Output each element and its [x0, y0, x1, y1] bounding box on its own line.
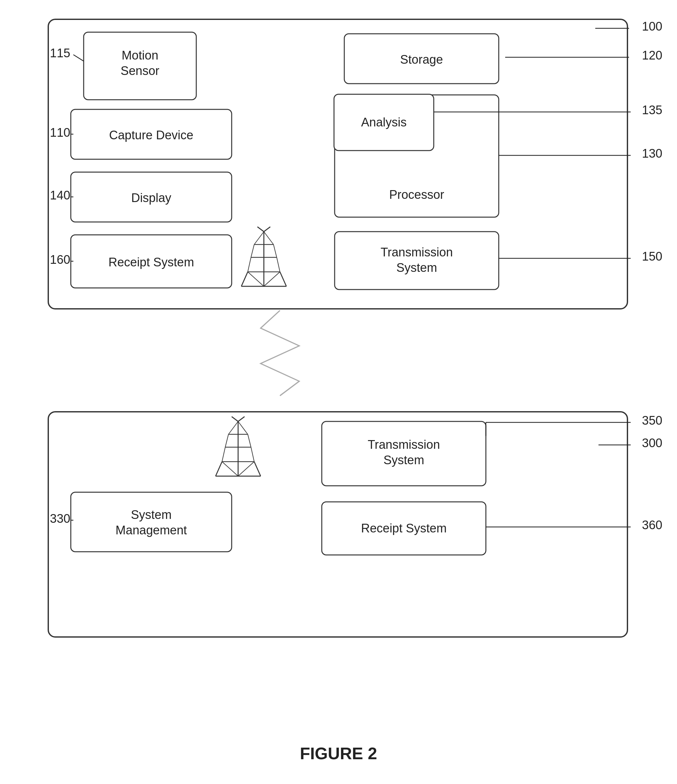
system-management-label-1: System: [131, 508, 172, 521]
analysis-label: Analysis: [361, 115, 407, 129]
motion-sensor-label-2: Sensor: [121, 64, 160, 78]
zigzag-line: [261, 310, 299, 396]
ref-330: 330: [50, 512, 70, 525]
ref-350: 350: [642, 414, 662, 427]
top-receipt-system-label: Receipt System: [109, 255, 194, 269]
bottom-transmission-label-2: System: [384, 453, 425, 467]
ref-300: 300: [642, 436, 662, 450]
display-label: Display: [131, 191, 171, 205]
ref-130: 130: [642, 147, 662, 160]
motion-sensor-label-1: Motion: [121, 48, 158, 62]
ref-140: 140: [50, 188, 70, 202]
ref-110: 110: [50, 126, 70, 139]
system-management-label-2: Management: [115, 523, 187, 537]
top-transmission-label-1: Transmission: [381, 246, 453, 259]
bottom-transmission-label-1: Transmission: [368, 438, 440, 451]
storage-label: Storage: [400, 53, 443, 66]
top-transmission-system-box: [335, 232, 499, 289]
top-transmission-label-2: System: [397, 261, 437, 274]
bottom-receipt-system-label: Receipt System: [361, 521, 447, 535]
diagram-svg: 100 120 Motion Sensor 115 Storage Captur…: [0, 0, 677, 784]
system-management-box: [71, 492, 232, 552]
ref-115: 115: [50, 46, 70, 60]
ref-100: 100: [642, 20, 662, 33]
ref-160: 160: [50, 253, 70, 266]
ref-120: 120: [642, 48, 662, 62]
ref-360: 360: [642, 518, 662, 532]
processor-label: Processor: [389, 188, 444, 201]
ref-150: 150: [642, 250, 662, 263]
ref-135: 135: [642, 103, 662, 117]
figure-label: FIGURE 2: [300, 744, 377, 763]
capture-device-label: Capture Device: [109, 128, 193, 142]
